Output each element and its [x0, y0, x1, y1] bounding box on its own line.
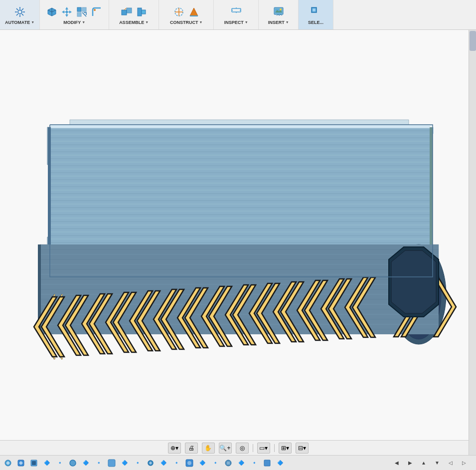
- automate-label: AUTOMATE ▼: [5, 20, 34, 25]
- construct-icon2: [187, 5, 201, 19]
- bottom-icon-12[interactable]: [145, 457, 157, 469]
- view-sep1: [253, 444, 253, 452]
- nav-icon-right2[interactable]: ▷: [458, 457, 470, 469]
- toolbar-group-select[interactable]: SELE...: [299, 0, 333, 29]
- select-icon: [309, 5, 323, 19]
- inspect-dropdown-arrow: ▼: [245, 20, 248, 24]
- bottom-icon-7[interactable]: 🔷: [80, 457, 92, 469]
- zoom-btn[interactable]: 🔍+: [219, 443, 232, 454]
- select-icons: [309, 5, 323, 19]
- move-icon: [60, 5, 74, 19]
- bottom-icon-1[interactable]: [2, 457, 14, 469]
- bottom-icon-18[interactable]: [222, 457, 234, 469]
- bottom-icon-14[interactable]: 🔹: [170, 457, 182, 469]
- modify-icons: [45, 5, 104, 19]
- scrollbar-thumb[interactable]: [470, 31, 476, 51]
- grid2-btn[interactable]: ⊟▾: [296, 443, 309, 454]
- assemble-icons: [120, 5, 149, 19]
- svg-rect-13: [127, 8, 132, 13]
- construct-label: CONSTRUCT ▼: [170, 20, 202, 25]
- pan-btn[interactable]: ✋: [202, 443, 215, 454]
- svg-marker-143: [391, 250, 436, 313]
- svg-point-11: [94, 9, 96, 11]
- svg-rect-10: [77, 12, 81, 16]
- cursor-tool-btn[interactable]: ⊕▾: [168, 443, 181, 454]
- look-btn[interactable]: ◎: [236, 443, 249, 454]
- toolbar-group-automate[interactable]: AUTOMATE ▼: [0, 0, 40, 29]
- construct-icons: [172, 5, 201, 19]
- bottom-icon-2[interactable]: [15, 457, 27, 469]
- bottom-icon-21[interactable]: [261, 457, 273, 469]
- insert-icons: [272, 5, 286, 19]
- bottom-icon-9[interactable]: [106, 457, 118, 469]
- nav-icon-down[interactable]: ▼: [431, 457, 443, 469]
- insert-dropdown-arrow: ▼: [286, 20, 289, 24]
- modify-dropdown-arrow: ▼: [82, 20, 85, 24]
- svg-rect-12: [122, 10, 127, 15]
- insert-label: INSERT ▼: [268, 20, 289, 25]
- canvas-area[interactable]: [0, 30, 476, 440]
- bottom-icon-22[interactable]: 🔷: [274, 457, 286, 469]
- svg-rect-14: [138, 8, 142, 16]
- grid-btn[interactable]: ⊞▾: [279, 443, 292, 454]
- toolbar-group-assemble[interactable]: ASSEMBLE ▼: [109, 0, 159, 29]
- nav-icon-right[interactable]: ▶: [404, 457, 416, 469]
- bottom-icon-11[interactable]: 🔹: [132, 457, 144, 469]
- view-toolbar: ⊕▾ 🖨 ✋ 🔍+ ◎ ▭▾ ⊞▾ ⊟▾: [0, 440, 476, 455]
- assemble-dropdown-arrow: ▼: [145, 20, 149, 24]
- bottom-icon-6[interactable]: [67, 457, 79, 469]
- assemble-label: ASSEMBLE ▼: [119, 20, 149, 25]
- bottom-icon-8[interactable]: 🔹: [93, 457, 105, 469]
- assemble-icon1: [120, 5, 134, 19]
- vertical-scrollbar[interactable]: [469, 30, 476, 455]
- svg-rect-9: [82, 7, 86, 11]
- svg-rect-156: [264, 460, 270, 466]
- svg-point-149: [70, 460, 76, 466]
- inspect-icon: [229, 5, 243, 19]
- svg-rect-150: [108, 460, 115, 467]
- svg-point-0: [18, 10, 22, 14]
- bottom-icon-19[interactable]: 🔷: [235, 457, 247, 469]
- svg-rect-155: [227, 462, 230, 465]
- svg-rect-8: [77, 7, 81, 11]
- bottom-icon-3[interactable]: [28, 457, 40, 469]
- bottom-icon-4[interactable]: 🔷: [41, 457, 53, 469]
- svg-rect-31: [313, 8, 316, 11]
- hexagon-cutout: [389, 247, 439, 317]
- construct-icon1: [172, 5, 186, 19]
- nav-icon-left[interactable]: ◀: [391, 457, 403, 469]
- nav-icon-up[interactable]: ▲: [418, 457, 430, 469]
- display-mode-btn[interactable]: ▭▾: [257, 443, 270, 454]
- bottom-icon-10[interactable]: 🔷: [119, 457, 131, 469]
- toolbar-group-construct[interactable]: CONSTRUCT ▼: [159, 0, 214, 29]
- inspect-label: INSPECT ▼: [224, 20, 248, 25]
- toolbar-group-inspect[interactable]: INSPECT ▼: [214, 0, 259, 29]
- toolbar-group-insert[interactable]: INSERT ▼: [259, 0, 299, 29]
- svg-point-153: [187, 461, 191, 465]
- fillet-icon: [90, 5, 104, 19]
- bottom-icon-5[interactable]: 🔹: [54, 457, 66, 469]
- insert-icon: [272, 5, 286, 19]
- print-btn[interactable]: 🖨: [185, 443, 198, 454]
- bottom-icon-20[interactable]: 🔹: [248, 457, 260, 469]
- bottom-bar: 🔷 🔹 🔷 🔹 🔷 🔹 🔷 🔹 🔷 🔹 🔷 🔹: [0, 455, 476, 470]
- automate-dropdown-arrow: ▼: [31, 20, 34, 24]
- automate-icons: [13, 5, 27, 19]
- model-3d-view: [0, 50, 476, 369]
- bottom-icon-15[interactable]: [183, 457, 195, 469]
- bottom-icon-17[interactable]: 🔹: [209, 457, 221, 469]
- bottom-icon-13[interactable]: 🔷: [158, 457, 169, 469]
- nav-icon-left2[interactable]: ◁: [445, 457, 457, 469]
- top-section: [48, 127, 434, 247]
- select-label: SELE...: [308, 20, 323, 25]
- push-pull-icon: [45, 5, 59, 19]
- toolbar-group-modify[interactable]: MODIFY ▼: [40, 0, 109, 29]
- svg-rect-148: [32, 461, 36, 465]
- inspect-icons: [229, 5, 243, 19]
- assemble-icon2: [135, 5, 149, 19]
- bottom-icon-16[interactable]: 🔷: [196, 457, 208, 469]
- automate-icon: [13, 5, 27, 19]
- modify-label: MODIFY ▼: [63, 20, 85, 25]
- svg-rect-118: [48, 127, 51, 247]
- scale-icon: [75, 5, 89, 19]
